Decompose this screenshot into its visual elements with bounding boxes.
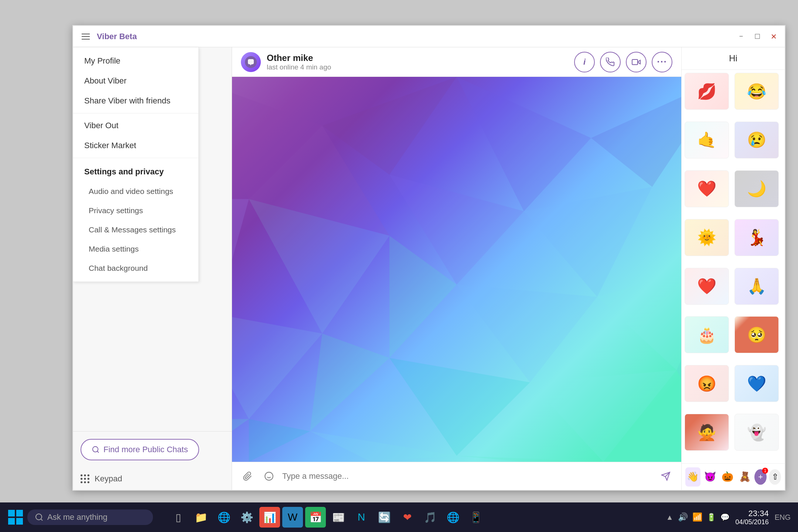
taskbar-icon-edge[interactable]: 🌐 xyxy=(214,507,234,528)
menu-chat-background[interactable]: Chat background xyxy=(73,259,198,278)
taskbar-search-bar[interactable]: Ask me anything xyxy=(27,509,153,525)
sticker-tab-hi[interactable]: 👋 xyxy=(685,467,700,487)
dropdown-menu: My Profile About Viber Share Viber with … xyxy=(73,47,199,282)
taskbar-icon-settings[interactable]: ⚙️ xyxy=(236,507,257,528)
taskbar-icon-app8[interactable]: 🎵 xyxy=(420,507,440,528)
sticker-tab-3[interactable]: 🎃 xyxy=(720,467,735,487)
taskbar-volume-icon[interactable]: 📶 xyxy=(692,512,702,522)
sticker-miss[interactable]: 😢 xyxy=(734,122,779,158)
menu-viber-out[interactable]: Viber Out xyxy=(73,116,198,136)
taskbar-chevron-icon[interactable]: ▲ xyxy=(666,513,673,522)
send-button[interactable] xyxy=(658,468,674,484)
title-bar: Viber Beta − ☐ ✕ xyxy=(73,26,785,47)
message-input[interactable] xyxy=(282,471,652,481)
sticker-hearts[interactable]: ❤️ xyxy=(685,170,729,207)
taskbar-icon-app2[interactable]: W xyxy=(282,507,303,528)
windows-logo-icon[interactable] xyxy=(7,509,24,525)
info-button[interactable]: i xyxy=(574,52,595,72)
contact-status: last online 4 min ago xyxy=(267,63,568,71)
chat-input-bar xyxy=(232,462,681,490)
svg-marker-25 xyxy=(597,260,681,370)
sticker-no[interactable]: 🙅 xyxy=(685,414,729,451)
taskbar-icon-file-explorer[interactable]: 📁 xyxy=(191,507,211,528)
svg-point-6 xyxy=(84,478,86,480)
menu-sticker-market[interactable]: Sticker Market xyxy=(73,136,198,156)
sticker-thankyou[interactable]: 🙏 xyxy=(734,268,779,305)
emoji-button[interactable] xyxy=(261,468,277,484)
svg-marker-29 xyxy=(530,370,676,462)
menu-call-messages[interactable]: Call & Messages settings xyxy=(73,220,198,239)
sticker-ghost[interactable]: 👻 xyxy=(734,414,779,451)
taskbar-icon-app5[interactable]: N xyxy=(351,507,372,528)
call-button[interactable] xyxy=(600,52,621,72)
polygon-overlay xyxy=(232,77,681,462)
taskbar-icon-app7[interactable]: ❤ xyxy=(397,507,417,528)
menu-media-settings[interactable]: Media settings xyxy=(73,239,198,259)
menu-privacy-settings[interactable]: Privacy settings xyxy=(73,201,198,220)
taskbar-icon-app4[interactable]: 📰 xyxy=(328,507,349,528)
sticker-birthday[interactable]: 🎂 xyxy=(685,316,729,353)
keypad-button[interactable]: Keypad xyxy=(73,468,232,490)
sticker-goodnight[interactable]: 🌙 xyxy=(734,170,779,207)
sticker-toolbar: 👋 😈 🎃 🧸 + 1 ⇧ xyxy=(682,463,785,490)
sticker-tab-4[interactable]: 🧸 xyxy=(737,467,752,487)
svg-marker-32 xyxy=(249,419,310,462)
sticker-goodmorning[interactable]: 🌞 xyxy=(685,219,729,256)
phone-icon xyxy=(606,58,615,66)
svg-point-2 xyxy=(81,474,82,476)
video-call-button[interactable] xyxy=(626,52,647,72)
menu-share-viber[interactable]: Share Viber with friends xyxy=(73,91,198,111)
svg-marker-24 xyxy=(457,284,597,382)
taskbar-network-icon[interactable]: 🔊 xyxy=(678,512,688,522)
svg-point-44 xyxy=(36,514,42,520)
menu-settings-privacy[interactable]: Settings and privacy xyxy=(73,162,198,182)
taskbar-app-icons: ▯ 📁 🌐 ⚙️ 📊 W 📅 📰 N 🔄 ❤ 🎵 🌐 📱 xyxy=(160,507,659,528)
menu-my-profile[interactable]: My Profile xyxy=(73,51,198,71)
svg-point-5 xyxy=(81,478,82,480)
taskbar-icon-app1[interactable]: 📊 xyxy=(259,507,280,528)
minimize-button[interactable]: − xyxy=(736,31,746,42)
svg-point-7 xyxy=(88,478,89,480)
taskbar-action-center-icon[interactable]: 💬 xyxy=(720,513,730,522)
sticker-please[interactable]: 🥺 xyxy=(734,316,779,353)
menu-button[interactable] xyxy=(79,30,92,43)
sticker-scroll-up[interactable]: ⇧ xyxy=(769,469,781,485)
sticker-notification-badge: 1 xyxy=(762,468,768,474)
sticker-tab-2[interactable]: 😈 xyxy=(703,467,718,487)
menu-divider-2 xyxy=(73,158,198,158)
chat-background xyxy=(232,77,681,462)
svg-line-45 xyxy=(41,519,42,521)
taskbar-icon-chrome[interactable]: 🌐 xyxy=(443,507,463,528)
sticker-add-button[interactable]: + 1 xyxy=(754,469,767,485)
sticker-hi[interactable]: 🤙 xyxy=(685,122,729,158)
sticker-girl[interactable]: 💃 xyxy=(734,219,779,256)
svg-rect-40 xyxy=(8,510,15,516)
maximize-button[interactable]: ☐ xyxy=(752,31,763,42)
svg-rect-42 xyxy=(8,518,15,525)
menu-audio-video[interactable]: Audio and video settings xyxy=(73,182,198,201)
taskbar-icon-viber[interactable]: 📱 xyxy=(466,507,486,528)
sticker-lol[interactable]: 😂 xyxy=(734,73,779,110)
send-icon xyxy=(661,471,671,481)
more-options-button[interactable]: ··· xyxy=(652,52,672,72)
taskbar-icon-app6[interactable]: 🔄 xyxy=(374,507,395,528)
attachment-button[interactable] xyxy=(239,468,256,484)
menu-about-viber[interactable]: About Viber xyxy=(73,71,198,91)
taskbar-battery-icon[interactable]: 🔋 xyxy=(707,513,716,522)
taskbar-time: 23:34 xyxy=(748,509,769,518)
window-controls: − ☐ ✕ xyxy=(736,31,779,42)
keypad-label: Keypad xyxy=(95,474,122,484)
sticker-gotta[interactable]: 💙 xyxy=(734,365,779,402)
taskbar-system-icons: ▲ 🔊 📶 🔋 💬 xyxy=(666,512,730,522)
sticker-lips[interactable]: 💋 xyxy=(685,73,729,110)
taskbar-icon-app3[interactable]: 📅 xyxy=(305,507,326,528)
sidebar-bottom: Find more Public Chats xyxy=(73,431,232,468)
sticker-angry[interactable]: 😡 xyxy=(685,365,729,402)
taskbar-icon-task-view[interactable]: ▯ xyxy=(168,507,188,528)
sticker-ilu[interactable]: ❤️ xyxy=(685,268,729,305)
svg-marker-31 xyxy=(232,419,249,462)
svg-point-3 xyxy=(84,474,86,476)
taskbar-search-text: Ask me anything xyxy=(47,512,108,522)
close-button[interactable]: ✕ xyxy=(768,31,779,42)
find-public-chats-button[interactable]: Find more Public Chats xyxy=(81,439,199,460)
